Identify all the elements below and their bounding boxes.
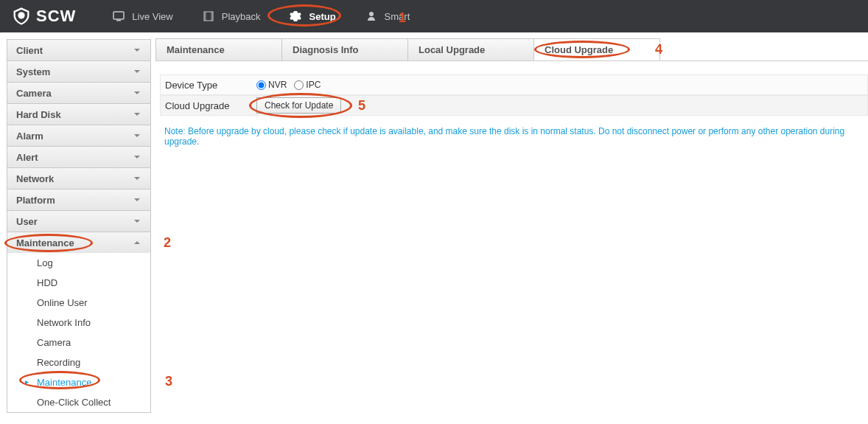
tab-label: Local Upgrade [419,44,485,55]
film-icon [203,10,214,22]
tab-label: Maintenance [167,44,225,55]
radio-ipc-input[interactable] [294,80,304,90]
sidebar-item-label: Recording [37,357,80,368]
sidebar-item-label: HDD [37,277,57,288]
sidebar-item-online-user[interactable]: Online User [7,293,150,313]
tab-label: Cloud Upgrade [545,44,613,55]
sidebar-group-platform[interactable]: Platform [7,189,151,210]
nav-smart[interactable]: Smart [351,0,425,32]
sidebar-group-maintenance[interactable]: Maintenance 2 [7,232,151,253]
sidebar-group-label: User [16,216,38,227]
check-for-update-button[interactable]: Check for Update [256,97,341,114]
sidebar-group-label: Camera [16,88,52,99]
radio-label: NVR [268,80,287,90]
sidebar-group-hard-disk[interactable]: Hard Disk [7,103,151,125]
nav-label: Setup [309,11,335,22]
chevron-down-icon [133,195,141,204]
form-area: Device Type NVR IPC Cloud Upgrade Check … [155,61,868,147]
sidebar-item-maintenance[interactable]: Maintenance 3 [7,372,150,392]
sidebar-group-alert[interactable]: Alert [7,146,151,167]
content-area: Maintenance Diagnosis Info Local Upgrade… [151,32,868,413]
svg-rect-4 [211,12,213,21]
sidebar-group-label: Platform [16,195,55,206]
sidebar-item-label: Log [37,257,53,268]
upgrade-note: Note: Before upgrade by cloud, please ch… [160,116,868,147]
radio-ipc[interactable]: IPC [294,80,321,90]
nav-label: Playback [222,11,261,22]
radio-nvr-input[interactable] [256,80,266,90]
chevron-down-icon [133,131,141,140]
annotation-number-5: 5 [358,98,365,114]
nav-label: Live View [132,11,172,22]
logo: SCW [11,6,76,27]
sidebar-item-hdd[interactable]: HDD [7,273,150,293]
top-nav: SCW Live View Playback Setup 1 Smart [0,0,868,32]
sidebar-group-camera[interactable]: Camera [7,82,151,103]
sidebar-group-label: Alert [16,152,38,163]
chevron-down-icon [133,110,141,119]
nav-live-view[interactable]: Live View [98,0,187,32]
smart-icon [365,10,377,22]
gear-icon [290,10,301,22]
sidebar-group-system[interactable]: System [7,60,151,82]
sidebar-group-label: System [16,66,50,77]
nav-label: Smart [385,11,410,22]
radio-label: IPC [306,80,321,90]
chevron-down-icon [133,67,141,76]
svg-rect-0 [113,12,124,19]
nav-playback[interactable]: Playback [188,0,276,32]
svg-rect-1 [116,20,121,21]
sidebar-item-label: Camera [37,337,71,348]
sidebar-item-label: Online User [37,297,88,308]
chevron-down-icon [133,153,141,161]
svg-rect-3 [204,12,206,21]
chevron-down-icon [133,217,141,226]
shield-icon [11,6,32,27]
sidebar-item-recording[interactable]: Recording [7,352,150,372]
sidebar-group-label: Hard Disk [16,109,61,120]
sidebar-group-label: Maintenance [16,237,74,249]
sidebar-group-label: Network [16,173,54,184]
nav-setup[interactable]: Setup [275,0,350,32]
chevron-down-icon [133,46,141,55]
tab-cloud-upgrade[interactable]: Cloud Upgrade 4 [533,38,660,60]
sidebar-item-log[interactable]: Log [7,253,150,273]
tab-label: Diagnosis Info [293,44,359,55]
sidebar-group-user[interactable]: User [7,210,151,232]
sidebar-item-label: Maintenance [37,377,91,388]
tabs: Maintenance Diagnosis Info Local Upgrade… [155,38,868,61]
tab-local-upgrade[interactable]: Local Upgrade [407,38,534,60]
device-type-label: Device Type [161,80,256,91]
sidebar-item-camera[interactable]: Camera [7,333,150,352]
sidebar-group-alarm[interactable]: Alarm [7,125,151,146]
cloud-upgrade-label: Cloud Upgrade [161,100,256,111]
sidebar-item-label: Network Info [37,317,91,328]
sidebar-item-label: One-Click Collect [37,397,111,408]
row-cloud-upgrade: Cloud Upgrade Check for Update 5 [160,95,868,116]
monitor-icon [113,10,125,22]
sidebar-group-network[interactable]: Network [7,167,151,189]
annotation-number-4: 4 [655,42,662,58]
chevron-down-icon [133,88,141,97]
tab-maintenance[interactable]: Maintenance [155,38,282,60]
sidebar-group-client[interactable]: Client [7,39,151,60]
logo-text: SCW [36,7,76,26]
radio-nvr[interactable]: NVR [256,80,287,90]
tab-diagnosis-info[interactable]: Diagnosis Info [281,38,408,60]
row-device-type: Device Type NVR IPC [160,74,868,95]
sidebar-group-label: Client [16,45,43,56]
sidebar-maintenance-submenu: Log HDD Online User Network Info Camera … [7,253,151,413]
sidebar: Client System Camera Hard Disk Alarm Ale… [0,32,151,413]
sidebar-group-label: Alarm [16,131,43,142]
chevron-up-icon [133,238,141,247]
sidebar-item-network-info[interactable]: Network Info [7,313,150,333]
svg-point-5 [369,12,374,16]
chevron-down-icon [133,174,141,183]
sidebar-item-one-click-collect[interactable]: One-Click Collect [7,392,150,412]
